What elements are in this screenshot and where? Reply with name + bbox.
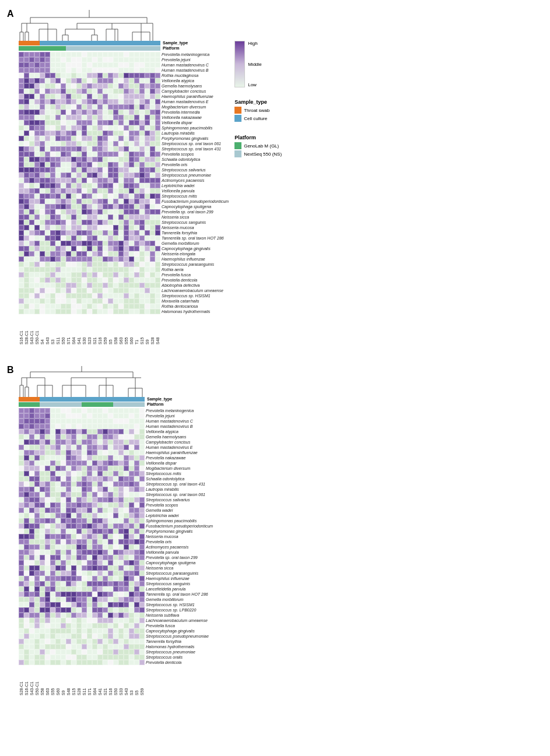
heatmap-cell xyxy=(66,256,71,262)
heatmap-cell xyxy=(76,246,82,251)
heatmap-cell xyxy=(61,539,66,544)
heatmap-cell xyxy=(150,178,155,183)
heatmap-cell xyxy=(29,644,34,649)
heatmap-cell xyxy=(150,220,155,225)
heatmap-cell xyxy=(50,513,55,518)
heatmap-cell xyxy=(108,586,113,592)
heatmap-cell xyxy=(145,209,150,215)
col-label: S15 xyxy=(71,666,76,695)
heatmap-cell xyxy=(66,309,71,314)
heatmap-cell xyxy=(29,120,34,125)
heatmap-cell xyxy=(124,267,129,272)
row-label: Lancefieldetla parvula xyxy=(146,586,213,592)
heatmap-cell xyxy=(29,487,34,492)
heatmap-cell xyxy=(134,298,139,304)
heatmap-cell xyxy=(71,173,76,178)
row-label: Veillonella parvula xyxy=(146,550,213,555)
heatmap-cell xyxy=(34,471,40,476)
heatmap-row xyxy=(19,445,145,450)
heatmap-cell xyxy=(71,445,76,450)
heatmap-cell xyxy=(71,476,76,481)
heatmap-cell xyxy=(124,99,129,104)
heatmap-cell xyxy=(92,277,97,283)
heatmap-cell xyxy=(134,167,139,173)
heatmap-cell xyxy=(76,586,82,592)
heatmap-cell xyxy=(66,492,71,497)
row-label: Sphingomonas paucimobilis xyxy=(162,125,229,131)
heatmap-cell xyxy=(19,413,24,419)
heatmap-row xyxy=(19,78,160,83)
heatmap-cell xyxy=(19,502,24,508)
heatmap-cell xyxy=(40,152,45,157)
heatmap-cell xyxy=(103,178,108,183)
row-label: Prevotella intermedia xyxy=(162,110,229,115)
row-label: Haemophilus influenzae xyxy=(146,576,213,581)
cell-culture-label: Cell culture xyxy=(244,116,267,121)
heatmap-cell xyxy=(113,445,118,450)
heatmap-cell xyxy=(55,529,61,534)
heatmap-cell xyxy=(61,199,66,204)
row-label: Lachnoanaerobaculum umeaense xyxy=(146,618,213,623)
heatmap-cell xyxy=(61,215,66,220)
heatmap-cell xyxy=(129,539,134,544)
heatmap-cell xyxy=(145,73,150,78)
heatmap-cell xyxy=(45,199,50,204)
heatmap-cell xyxy=(66,560,71,565)
heatmap-cell xyxy=(40,586,45,592)
heatmap-cell xyxy=(134,110,139,115)
row-label: Prevotella denticola xyxy=(162,277,229,283)
throat-swab-swatch xyxy=(234,107,241,114)
heatmap-row xyxy=(19,136,160,141)
heatmap-cell xyxy=(71,131,76,136)
heatmap-cell xyxy=(118,592,124,597)
heatmap-cell xyxy=(87,471,92,476)
heatmap-cell xyxy=(97,225,103,230)
heatmap-cell xyxy=(87,539,92,544)
heatmap-cell xyxy=(139,277,145,283)
heatmap-cell xyxy=(82,277,87,283)
heatmap-cell xyxy=(134,660,139,665)
heatmap-cell xyxy=(92,413,97,419)
col-label: S55 xyxy=(124,315,129,344)
heatmap-cell xyxy=(118,460,124,466)
heatmap-cell xyxy=(45,204,50,209)
heatmap-cell xyxy=(108,576,113,581)
heatmap-cell xyxy=(61,634,66,639)
heatmap-cell xyxy=(82,455,87,460)
heatmap-cell xyxy=(76,73,82,78)
heatmap-row xyxy=(19,413,145,419)
heatmap-cell xyxy=(134,288,139,293)
heatmap-cell xyxy=(87,209,92,215)
heatmap-cell xyxy=(134,497,139,502)
heatmap-cell xyxy=(34,602,40,607)
heatmap-cell xyxy=(19,167,24,173)
heatmap-cell xyxy=(139,628,145,634)
heatmap-cell xyxy=(61,576,66,581)
heatmap-cell xyxy=(66,613,71,618)
heatmap-cell xyxy=(150,157,155,162)
heatmap-cell xyxy=(19,581,24,586)
row-label: Streptococcus sanguinis xyxy=(146,581,213,586)
heatmap-cell xyxy=(34,408,40,413)
heatmap-cell xyxy=(103,644,108,649)
heatmap-cell xyxy=(82,152,87,157)
heatmap-cell xyxy=(108,209,113,215)
heatmap-row xyxy=(19,152,160,157)
heatmap-cell xyxy=(113,157,118,162)
heatmap-cell xyxy=(66,209,71,215)
heatmap-cell xyxy=(66,94,71,99)
heatmap-cell xyxy=(76,492,82,497)
heatmap-cell xyxy=(118,655,124,660)
heatmap-cell xyxy=(24,209,29,215)
heatmap-cell xyxy=(87,298,92,304)
heatmap-cell xyxy=(113,513,118,518)
heatmap-cell xyxy=(34,550,40,555)
heatmap-cell xyxy=(61,277,66,283)
heatmap-cell xyxy=(45,445,50,450)
heatmap-cell xyxy=(71,293,76,298)
heatmap-cell xyxy=(24,460,29,466)
heatmap-cell xyxy=(118,57,124,62)
heatmap-cell xyxy=(61,131,66,136)
heatmap-cell xyxy=(61,272,66,277)
heatmap-cell xyxy=(66,497,71,502)
